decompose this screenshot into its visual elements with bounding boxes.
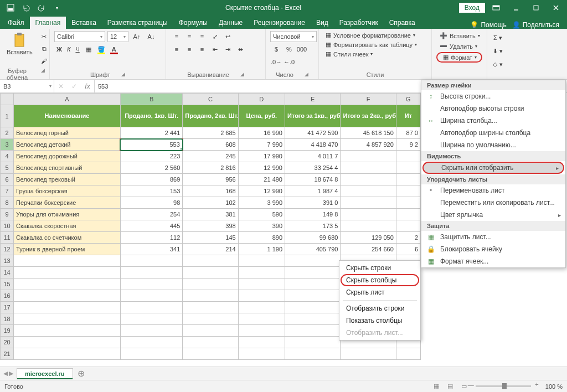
cell[interactable]: [14, 255, 121, 267]
enter-formula-icon[interactable]: ✓: [68, 82, 81, 90]
signin-button[interactable]: Вход: [459, 3, 485, 13]
cell[interactable]: [183, 290, 238, 302]
add-sheet-icon[interactable]: ⊕: [73, 368, 89, 379]
view-normal-icon[interactable]: ▦: [430, 383, 442, 390]
row-header[interactable]: 21: [1, 348, 14, 360]
menu-move-copy-sheet[interactable]: Переместить или скопировать лист...: [421, 197, 565, 209]
row-header[interactable]: 19: [1, 325, 14, 337]
zoom-slider[interactable]: [476, 385, 531, 387]
row-header[interactable]: 2: [1, 127, 14, 139]
table-header-cell[interactable]: Итого за 2кв., руб.: [341, 105, 396, 127]
cell[interactable]: 87 0: [396, 127, 420, 139]
tab-formulas[interactable]: Формулы: [173, 17, 213, 29]
clear-icon[interactable]: ◇ ▾: [492, 59, 504, 70]
cell[interactable]: 102: [183, 197, 238, 209]
cell[interactable]: [120, 302, 182, 313]
col-header[interactable]: B: [120, 94, 182, 105]
cell[interactable]: [396, 348, 420, 360]
cell[interactable]: [183, 348, 238, 360]
menu-hide-rows[interactable]: Скрыть строки: [341, 262, 419, 274]
increase-font-icon[interactable]: A↑: [131, 31, 143, 42]
cell[interactable]: [183, 302, 238, 313]
cell[interactable]: 149 8: [285, 209, 341, 220]
menu-hide-unhide[interactable]: Скрыть или отобразить: [422, 162, 564, 174]
cell[interactable]: [120, 290, 182, 302]
cell[interactable]: 254: [120, 209, 182, 220]
tab-data[interactable]: Данные: [213, 17, 248, 29]
conditional-format-button[interactable]: ▦Условное форматирование▾: [323, 31, 427, 39]
cell[interactable]: 890: [238, 232, 285, 244]
menu-lock-cell[interactable]: 🔒Блокировать ячейку: [421, 243, 565, 255]
cell[interactable]: 2 560: [120, 162, 182, 174]
cell[interactable]: Велосипед дорожный: [14, 151, 121, 162]
cell[interactable]: 245: [183, 151, 238, 162]
cell[interactable]: [14, 337, 121, 348]
sheet-tab[interactable]: microexcel.ru: [17, 368, 73, 379]
menu-hide-columns[interactable]: Скрыть столбцы: [341, 274, 419, 286]
minimize-icon[interactable]: [507, 0, 525, 16]
wrap-text-icon[interactable]: ↩: [221, 31, 234, 42]
tab-file[interactable]: Файл: [2, 17, 30, 29]
cell[interactable]: 1 987 4: [285, 185, 341, 197]
cell-styles-button[interactable]: ▦Стили ячеек▾: [323, 50, 427, 58]
row-header[interactable]: 14: [1, 267, 14, 278]
cell[interactable]: Скакалка скоростная: [14, 220, 121, 232]
font-size-combo[interactable]: 12▾: [107, 31, 128, 42]
view-page-layout-icon[interactable]: ▤: [444, 383, 456, 390]
launcher-icon[interactable]: ◢: [240, 71, 244, 78]
cell[interactable]: [120, 313, 182, 325]
cell[interactable]: [120, 348, 182, 360]
cell[interactable]: [238, 255, 285, 267]
cell[interactable]: 2 441: [120, 127, 182, 139]
name-box[interactable]: B3▾: [0, 80, 54, 92]
cell[interactable]: [238, 325, 285, 337]
col-header[interactable]: F: [341, 94, 396, 105]
cell[interactable]: 168: [183, 185, 238, 197]
menu-format-cells[interactable]: ▦Формат ячеек...: [421, 255, 565, 267]
tab-home[interactable]: Главная: [30, 17, 66, 29]
cell[interactable]: 956: [183, 174, 238, 185]
format-cells-button[interactable]: ▦Формат▾: [436, 52, 482, 63]
cell[interactable]: 214: [183, 244, 238, 255]
cell[interactable]: 16 990: [238, 127, 285, 139]
row-header[interactable]: 1: [1, 105, 14, 127]
redo-icon[interactable]: [34, 2, 49, 14]
fx-icon[interactable]: fx: [81, 82, 94, 90]
cell[interactable]: [120, 325, 182, 337]
cell[interactable]: 153: [120, 185, 182, 197]
cell[interactable]: 445: [120, 220, 182, 232]
cell[interactable]: [14, 302, 121, 313]
cell[interactable]: [396, 151, 420, 162]
fill-icon[interactable]: ⬇ ▾: [492, 45, 504, 56]
col-header[interactable]: G: [396, 94, 420, 105]
italic-button[interactable]: К: [65, 44, 73, 55]
cell[interactable]: [120, 337, 182, 348]
cell[interactable]: [341, 348, 396, 360]
border-icon[interactable]: ▦: [83, 44, 95, 55]
cell[interactable]: Упоры для отжимания: [14, 209, 121, 220]
cell[interactable]: Велосипед спортивный: [14, 162, 121, 174]
delete-cells-button[interactable]: ➖Удалить▾: [436, 42, 482, 51]
comma-icon[interactable]: 000: [296, 44, 308, 55]
row-header[interactable]: 17: [1, 302, 14, 313]
cell[interactable]: [285, 255, 341, 267]
format-as-table-button[interactable]: ▦Форматировать как таблицу▾: [323, 40, 427, 49]
cell[interactable]: 112: [120, 232, 182, 244]
row-header[interactable]: 16: [1, 290, 14, 302]
cell[interactable]: 4 857 920: [341, 139, 396, 151]
cell[interactable]: Велосипед горный: [14, 127, 121, 139]
row-header[interactable]: 9: [1, 209, 14, 220]
cell[interactable]: Груша боксерская: [14, 185, 121, 197]
cell[interactable]: [396, 162, 420, 174]
cell[interactable]: 129 050: [341, 232, 396, 244]
autosum-icon[interactable]: Σ ▾: [492, 32, 504, 43]
cell[interactable]: [285, 348, 341, 360]
paste-button[interactable]: Вставить: [4, 31, 35, 56]
cell[interactable]: [238, 302, 285, 313]
cell[interactable]: 4 011 7: [285, 151, 341, 162]
qat-more-icon[interactable]: ▾: [50, 2, 64, 14]
underline-button[interactable]: Ч: [73, 44, 81, 55]
cell[interactable]: [341, 197, 396, 209]
cell[interactable]: [183, 313, 238, 325]
cell[interactable]: Скакалка со счетчиком: [14, 232, 121, 244]
